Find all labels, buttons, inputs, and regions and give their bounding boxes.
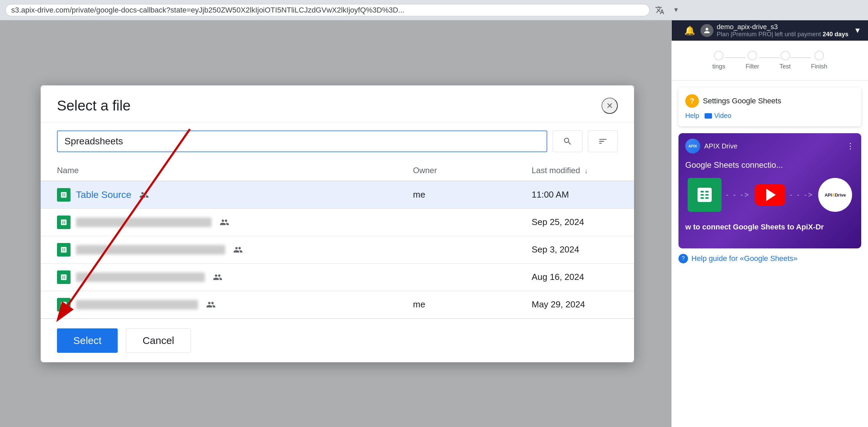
table-row[interactable]: Sep 25, 2024 — [41, 208, 634, 236]
help-box: ? Settings Google Sheets Help Video — [678, 87, 861, 126]
arrow-dashes: - - -> — [726, 190, 750, 199]
apixdrive-logo: APIXDrive — [818, 178, 852, 212]
video-thumbnail-header: APIX APIX Drive ⋮ — [678, 133, 861, 159]
file-name-cell — [41, 291, 397, 318]
file-table-container: Name Owner Last modified ↓ — [41, 160, 634, 319]
sort-down-icon: ↓ — [584, 167, 588, 175]
user-name-text: demo_apix-drive_s3 — [717, 23, 849, 31]
file-owner — [397, 263, 515, 291]
col-header-owner: Owner — [397, 160, 515, 181]
spreadsheet-icon — [57, 298, 71, 311]
table-row[interactable]: me May 29, 2024 — [41, 291, 634, 318]
step-filter: Filter — [746, 51, 759, 70]
help-circle-icon: ? — [685, 94, 699, 108]
table-row[interactable]: Table Source me 11:00 AM — [41, 181, 634, 209]
dialog-overlay: Select a file × — [0, 20, 671, 427]
step-line — [791, 57, 811, 58]
file-name-blurred — [76, 272, 205, 282]
file-owner: me — [397, 291, 515, 318]
file-modified: Sep 25, 2024 — [515, 208, 634, 236]
help-guide-link[interactable]: Help guide for «Google Sheets» — [691, 254, 797, 263]
video-link[interactable]: Video — [705, 112, 731, 120]
step-label: tings — [712, 63, 725, 70]
user-info: demo_apix-drive_s3 Plan |Premium PRO| le… — [701, 23, 849, 38]
step-settings: tings — [712, 51, 725, 70]
file-select-dialog: Select a file × — [41, 85, 634, 362]
shared-icon — [233, 245, 243, 255]
help-box-title: Settings Google Sheets — [703, 97, 781, 105]
dialog-header: Select a file × — [41, 85, 634, 122]
file-modified: Aug 16, 2024 — [515, 263, 634, 291]
play-triangle-icon — [766, 189, 776, 201]
main-layout: Select a file × — [0, 20, 868, 427]
left-panel: Select a file × — [0, 20, 671, 427]
step-finish: Finish — [811, 51, 827, 70]
file-owner — [397, 208, 515, 236]
spreadsheet-icon — [57, 188, 71, 202]
file-name-blurred — [76, 300, 198, 309]
notification-bell-icon[interactable]: 🔔 — [684, 25, 695, 36]
step-circle — [814, 51, 824, 60]
file-name-cell: Table Source — [41, 181, 397, 209]
arrow-dashes-2: - - -> — [790, 190, 814, 199]
step-circle — [714, 51, 724, 60]
spreadsheet-icon — [57, 216, 71, 229]
file-name-blurred — [76, 218, 212, 227]
help-guide-icon: ? — [678, 254, 688, 263]
search-input-wrapper — [57, 130, 547, 152]
help-links: Help Video — [685, 112, 854, 120]
step-label: Finish — [811, 63, 827, 70]
select-button[interactable]: Select — [57, 328, 118, 353]
right-panel: 🔔 demo_apix-drive_s3 Plan |Premium PRO| … — [671, 20, 868, 427]
table-row[interactable]: Aug 16, 2024 — [41, 263, 634, 291]
file-modified: 11:00 AM — [515, 181, 634, 209]
youtube-play-button[interactable] — [755, 184, 785, 206]
spreadsheet-icon — [57, 243, 71, 257]
spreadsheet-icon — [57, 270, 71, 284]
step-label: Test — [780, 63, 791, 70]
sort-button[interactable] — [588, 130, 618, 152]
google-sheets-icon — [688, 178, 722, 212]
cancel-button[interactable]: Cancel — [126, 328, 191, 353]
shared-icon — [213, 272, 222, 282]
user-details: demo_apix-drive_s3 Plan |Premium PRO| le… — [717, 23, 849, 38]
search-button[interactable] — [553, 130, 583, 152]
shared-icon — [220, 218, 229, 227]
file-name-blurred — [76, 245, 225, 255]
help-guide: ? Help guide for «Google Sheets» — [678, 254, 861, 263]
video-icon — [705, 113, 712, 119]
file-name-text: Table Source — [76, 189, 131, 200]
help-link[interactable]: Help — [685, 112, 699, 120]
translate-icon[interactable] — [654, 4, 666, 16]
file-name-cell — [41, 236, 397, 263]
file-owner — [397, 236, 515, 263]
video-thumbnail[interactable]: APIX APIX Drive ⋮ Google Sheets connecti… — [678, 133, 861, 248]
shared-icon — [139, 190, 149, 200]
search-input[interactable] — [57, 130, 547, 152]
channel-logo: APIX — [685, 139, 700, 154]
user-plan-text: Plan |Premium PRO| left until payment 24… — [717, 31, 849, 38]
step-test: Test — [780, 51, 791, 70]
dialog-footer: Select Cancel — [41, 319, 634, 362]
channel-name: APIX Drive — [704, 142, 737, 150]
file-owner: me — [397, 181, 515, 209]
table-row[interactable]: Sep 3, 2024 — [41, 236, 634, 263]
expand-icon[interactable]: ▼ — [670, 4, 682, 16]
step-line — [759, 57, 780, 58]
dialog-title: Select a file — [57, 98, 131, 114]
step-circle — [781, 51, 790, 60]
video-channel: APIX APIX Drive — [685, 139, 737, 154]
video-title: Google Sheets connectio... — [678, 159, 861, 171]
step-circle — [748, 51, 757, 60]
video-caption: w to connect Google Sheets to ApiX-Dr — [678, 219, 861, 238]
expand-button[interactable]: ▼ — [854, 26, 861, 35]
file-name-cell — [41, 208, 397, 236]
video-menu-icon[interactable]: ⋮ — [846, 141, 854, 151]
col-header-modified: Last modified ↓ — [515, 160, 634, 181]
dialog-close-button[interactable]: × — [601, 98, 618, 114]
video-content: - - -> - - -> APIXDrive — [678, 171, 861, 219]
col-header-name: Name — [41, 160, 397, 181]
shared-icon — [206, 300, 216, 309]
file-modified: Sep 3, 2024 — [515, 236, 634, 263]
url-bar[interactable]: s3.apix-drive.com/private/google-docs-ca… — [5, 4, 650, 16]
